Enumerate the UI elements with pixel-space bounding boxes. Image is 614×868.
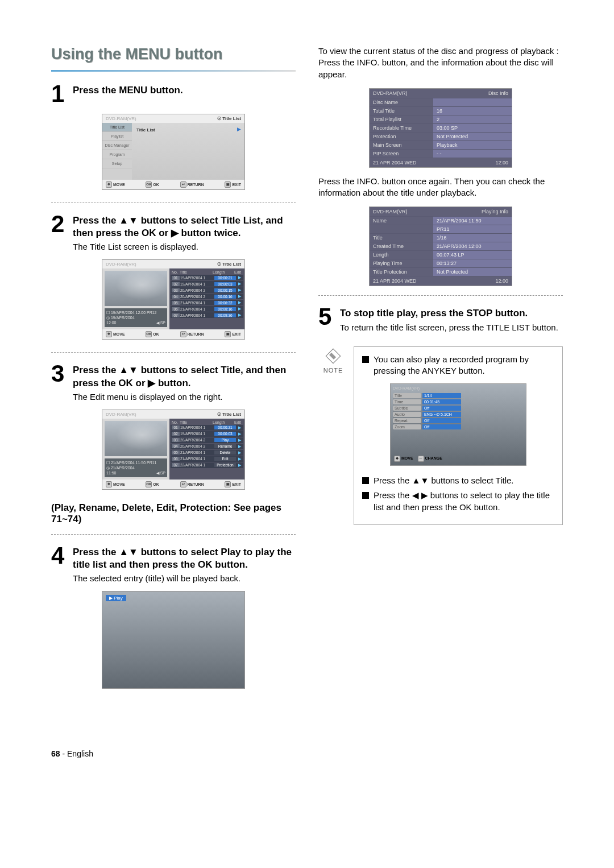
cross-reference: (Play, Rename, Delete, Edit, Protection:… [51, 502, 296, 525]
step3-title: Press the ▲▼ buttons to select Title, an… [73, 362, 296, 389]
anykey-foot-move: ✥ MOVE [394, 456, 413, 462]
dashed-divider [51, 534, 296, 535]
note-icon: NOTE [317, 348, 349, 374]
dashed-divider [318, 295, 563, 296]
info-row: Total Title16 [370, 107, 512, 115]
sidebar-item: Playlist [102, 132, 132, 141]
foot-return: ↩RETURN [180, 181, 204, 188]
list-row: 0621/APR/2004 100:08:16▶ [171, 306, 243, 312]
step2-desc: The Title List screen is displayed. [73, 242, 296, 251]
info-row: ProtectionNot Protected [370, 133, 512, 140]
list-row: 0621/APR/2004 1Edit▶ [171, 456, 243, 462]
list-row: 0722/APR/2004 1Protection▶ [171, 462, 243, 468]
right-intro: To view the current status of the disc a… [318, 46, 563, 80]
sidebar-item: Disc Manager [102, 141, 132, 150]
screen-brand: DVD-RAM(VR) [106, 262, 136, 267]
list-row: 0722/APR/2004 100:09:36▶ [171, 312, 243, 318]
list-row: 0420/APR/2004 2Rename▶ [171, 444, 243, 449]
info-row: Title1/16 [370, 234, 512, 242]
screen-head-right: ☉ Title List [217, 262, 241, 267]
content-label: Title List [134, 125, 242, 135]
sidebar-item: Program [102, 150, 132, 159]
step1-sidebar: Title List Playlist Disc Manager Program… [102, 123, 132, 180]
anykey-screen: DVD-RAM(VR) Title1/14Time00:01:45Subtitl… [390, 383, 526, 466]
bullet-icon [362, 356, 369, 363]
divider-gradient [51, 70, 296, 72]
screen-brand: DVD-RAM(VR) [106, 116, 136, 121]
step-number-4: 4 [51, 544, 67, 568]
info-row: Total Playlist2 [370, 115, 512, 123]
list-row: 0320/APR/2004 2Play▶ [171, 437, 243, 443]
anykey-row: Title1/14 [393, 393, 461, 398]
list-row: 0420/APR/2004 200:00:16▶ [171, 294, 243, 299]
list-row: 0219/APR/2004 100:00:03▶ [171, 281, 243, 287]
info-row: PIP Screen- - [370, 150, 512, 158]
preview-image [105, 421, 167, 456]
note-bullet-1: You can also play a recorded program by … [374, 354, 554, 377]
step1-title: Press the MENU button. [73, 82, 183, 97]
screen-head-right: ☉ Title List [217, 116, 241, 121]
list-row: 0219/APR/2004 100:00:03▶ [171, 431, 243, 437]
anykey-row: ZoomOff [393, 424, 461, 429]
anykey-row: RepeatOff [393, 418, 461, 423]
step-number-5: 5 [318, 305, 334, 329]
info-row: Disc Name [370, 98, 512, 106]
note-bullet-2: Press the ▲▼ buttons to select Title. [374, 475, 513, 486]
step4-title: Press the ▲▼ buttons to select Play to p… [73, 544, 296, 571]
anykey-row: Time00:01:45 [393, 399, 461, 404]
step-number-1: 1 [51, 82, 67, 106]
list-row: 0119/APR/2004 100:00:21▶ [171, 275, 243, 280]
info-row: Name21/APR/2004 11:50 [370, 217, 512, 225]
foot-move: ✥MOVE [106, 181, 125, 188]
list-row: 0320/APR/2004 200:00:15▶ [171, 287, 243, 293]
info-row: Length00:07:43 LP [370, 251, 512, 259]
step4-desc: The selected entry (title) will be playe… [73, 573, 296, 583]
step2-screen: DVD-RAM(VR) ☉ Title List ☐ 19/APR/2004 1… [102, 259, 245, 340]
right-mid: Press the INFO. button once again. Then … [318, 176, 563, 199]
dashed-divider [51, 202, 296, 203]
info-row: Created Time21/APR/2004 12:00 [370, 242, 512, 250]
sidebar-item: Setup [102, 159, 132, 168]
dashed-divider [51, 352, 296, 353]
step-number-2: 2 [51, 212, 67, 236]
step5-desc: To return the title list screen, press t… [340, 322, 558, 333]
step-number-3: 3 [51, 362, 67, 386]
info-row: PR11 [370, 225, 512, 233]
anykey-row: AudioENG ▫▫D 5.1CH [393, 412, 461, 417]
anykey-row: SubtitleOff [393, 406, 461, 411]
step5-title: To stop title play, press the STOP butto… [340, 305, 558, 320]
info-row: Main ScreenPlayback [370, 141, 512, 149]
play-arrow-icon: ▶ [237, 126, 241, 132]
info-row: Title ProtectionNot Protected [370, 268, 512, 276]
anykey-foot-change: ↔ CHANGE [418, 456, 442, 462]
list-row: 0521/APR/2004 100:06:32▶ [171, 300, 243, 305]
page-number: 68 - English [51, 749, 93, 758]
section-title: Using the MENU button [51, 46, 296, 63]
list-row: 0119/APR/2004 100:00:21▶ [171, 425, 243, 431]
list-row: 0521/APR/2004 1Delete▶ [171, 450, 243, 456]
bullet-icon [362, 477, 369, 484]
bullet-icon [362, 492, 369, 499]
disc-info-table: DVD-RAM(VR) Disc Info Disc NameTotal Tit… [369, 88, 512, 168]
step3-desc: The Edit menu is displayed on the right. [73, 392, 296, 402]
step1-screen: DVD-RAM(VR) ☉ Title List Title List Play… [102, 114, 245, 190]
note-bullet-3: Press the ◀ ▶ buttons to select to play … [374, 490, 554, 513]
info-row: Recordable Time03:00 SP [370, 124, 512, 132]
play-label: ▶ Play [106, 595, 126, 601]
step2-title: Press the ▲▼ buttons to select Title Lis… [73, 212, 296, 239]
playback-image: ▶ Play [102, 591, 245, 689]
foot-ok: OKOK [146, 181, 159, 188]
info-row: Playing Time00:13:27 [370, 259, 512, 267]
step3-screen: DVD-RAM(VR) ☉ Title List ☐ 21/APR/2004 1… [102, 410, 245, 490]
note-box: You can also play a recorded program by … [354, 346, 563, 525]
sidebar-item: Title List [102, 123, 132, 132]
foot-exit: ▣EXIT [225, 181, 241, 188]
playing-info-table: DVD-RAM(VR) Playing Info Name21/APR/2004… [369, 206, 512, 286]
preview-image [105, 271, 167, 306]
